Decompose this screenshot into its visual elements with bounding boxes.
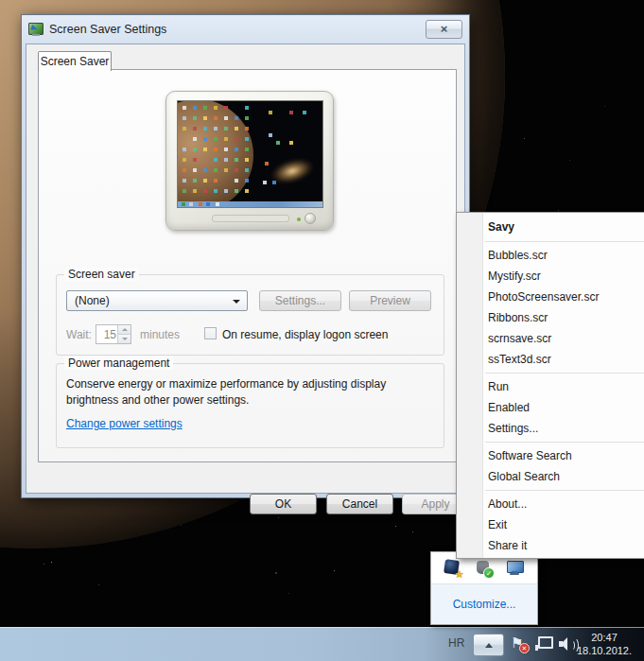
menu-separator bbox=[485, 490, 644, 491]
language-indicator[interactable]: HR bbox=[448, 636, 464, 650]
network-icon[interactable] bbox=[535, 636, 552, 652]
screensaver-group: Screen saver (None) Settings... Preview … bbox=[56, 274, 444, 356]
menu-item-global-search[interactable]: Global Search bbox=[457, 466, 644, 487]
menu-header-savy: Savy bbox=[457, 216, 644, 238]
cancel-button[interactable]: Cancel bbox=[326, 494, 393, 514]
menu-item-about[interactable]: About... bbox=[457, 494, 644, 514]
show-hidden-icons-button[interactable] bbox=[473, 634, 504, 656]
menu-item-enabled[interactable]: Enabled bbox=[457, 397, 644, 418]
customize-link[interactable]: Customize... bbox=[453, 598, 516, 611]
change-power-settings-link[interactable]: Change power settings bbox=[66, 417, 183, 430]
menu-item-ribbons-scr[interactable]: Ribbons.scr bbox=[457, 307, 644, 328]
spinner-down-button[interactable] bbox=[118, 335, 131, 343]
window-title: Screen Saver Settings bbox=[49, 23, 426, 36]
tray-overflow-popup: ★ ✓ Customize... bbox=[430, 551, 538, 625]
wait-value: 15 bbox=[104, 328, 116, 341]
monitor-power-button bbox=[305, 213, 316, 224]
titlebar[interactable]: Screen Saver Settings × bbox=[22, 15, 469, 43]
menu-separator bbox=[485, 241, 644, 242]
menu-item-exit[interactable]: Exit bbox=[457, 514, 644, 535]
spinner-up-button[interactable] bbox=[118, 325, 131, 335]
chevron-up-icon bbox=[485, 643, 493, 648]
taskbar-clock[interactable]: 20:47 18.10.2012. bbox=[570, 631, 638, 657]
screensaver-preview-screen bbox=[177, 100, 323, 208]
on-resume-label: On resume, display logon screen bbox=[222, 328, 388, 341]
menu-separator bbox=[485, 373, 644, 374]
wait-label: Wait: bbox=[66, 328, 92, 341]
error-badge-icon: ✕ bbox=[519, 643, 530, 653]
power-management-group: Power management Conserve energy or maxi… bbox=[56, 363, 444, 448]
power-description: Conserve energy or maximize performance … bbox=[66, 376, 386, 409]
preview-button[interactable]: Preview bbox=[349, 290, 431, 311]
close-button[interactable]: × bbox=[426, 20, 462, 39]
desktop: Screen Saver Settings × Screen Saver bbox=[0, 0, 644, 661]
tab-screen-saver[interactable]: Screen Saver bbox=[38, 51, 112, 71]
menu-item-mystify-scr[interactable]: Mystify.scr bbox=[457, 266, 644, 287]
screensaver-dropdown[interactable]: (None) bbox=[66, 290, 248, 311]
screen-saver-settings-window: Screen Saver Settings × Screen Saver bbox=[21, 14, 470, 498]
wait-row: Wait: 15 minutes On resume, display logo… bbox=[66, 324, 440, 345]
security-check-icon[interactable]: ✓ bbox=[475, 559, 494, 578]
display-settings-icon bbox=[28, 23, 44, 36]
power-group-legend: Power management bbox=[64, 357, 173, 370]
minutes-label: minutes bbox=[140, 328, 180, 341]
dialog-client-area: Screen Saver Screen saver bbox=[26, 43, 465, 494]
menu-item-bubbles-scr[interactable]: Bubbles.scr bbox=[457, 245, 644, 266]
menu-item-run[interactable]: Run bbox=[457, 376, 644, 397]
ok-button[interactable]: OK bbox=[250, 494, 317, 514]
taskbar[interactable]: HR ⚑ ✕ 20:47 18.10.2012. bbox=[0, 627, 644, 661]
wait-spinner[interactable]: 15 bbox=[96, 324, 131, 344]
settings-button[interactable]: Settings... bbox=[259, 290, 341, 311]
menu-item-scrnsave-scr[interactable]: scrnsave.scr bbox=[457, 328, 644, 349]
screensaver-group-legend: Screen saver bbox=[64, 268, 139, 281]
popup-footer: Customize... bbox=[431, 584, 537, 624]
on-resume-checkbox[interactable] bbox=[204, 327, 217, 339]
screensaver-preview-monitor bbox=[165, 91, 334, 231]
tab-page: Screen saver (None) Settings... Preview … bbox=[38, 69, 457, 462]
menu-separator bbox=[485, 442, 644, 443]
menu-item-settings[interactable]: Settings... bbox=[457, 418, 644, 439]
clock-time: 20:47 bbox=[570, 631, 638, 644]
action-center-flag-icon[interactable]: ⚑ ✕ bbox=[511, 634, 528, 654]
screensaver-dropdown-value: (None) bbox=[75, 294, 110, 307]
display-icon[interactable] bbox=[506, 559, 525, 578]
savy-context-menu: Savy Bubbles.scrMystify.scrPhotoScreensa… bbox=[456, 212, 644, 559]
menu-item-software-search[interactable]: Software Search bbox=[457, 445, 644, 466]
clock-date: 18.10.2012. bbox=[570, 644, 638, 657]
chevron-down-icon bbox=[233, 300, 240, 304]
menu-item-sstext3d-scr[interactable]: ssText3d.scr bbox=[457, 349, 644, 370]
menu-item-share-it[interactable]: Share it bbox=[457, 535, 644, 556]
menu-item-photoscreensaver-scr[interactable]: PhotoScreensaver.scr bbox=[457, 287, 644, 307]
savy-app-icon[interactable]: ★ bbox=[444, 559, 462, 578]
